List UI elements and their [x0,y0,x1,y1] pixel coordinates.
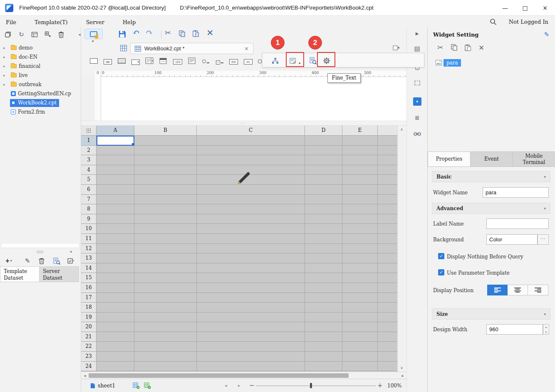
cell-B3[interactable] [134,155,197,165]
scroll-right-icon[interactable]: ▸ [399,372,406,379]
section-basic[interactable]: Basic ▾ [432,171,550,182]
tree-item-demo[interactable]: ▸demo [0,43,81,52]
hyperlink-icon[interactable] [414,131,421,136]
cell-D4[interactable] [305,165,342,175]
prev-sheet-icon[interactable]: ◂ [225,383,227,388]
cell-partial[interactable] [378,204,397,214]
preview-dataset-button[interactable] [52,256,62,266]
remove-dataset-button[interactable] [37,256,47,266]
paste-button[interactable] [193,30,199,37]
cell-partial[interactable] [378,136,397,146]
cell-B19[interactable] [134,313,197,323]
cell-C18[interactable] [197,303,305,313]
collapse-pane-icon[interactable]: ∧ [398,126,406,133]
splitter-collapse-icon[interactable]: ▾ [70,250,72,254]
widget-pointer-button[interactable]: ☝ [84,29,103,39]
widget-pointer-dropdown-icon[interactable]: ▾ [92,39,94,43]
h-scrollbar-thumb[interactable] [89,373,349,378]
cell-C21[interactable] [197,332,305,342]
cell-E5[interactable] [342,175,378,185]
cell-D12[interactable] [305,244,342,254]
cell-D2[interactable] [305,146,342,156]
cell-B7[interactable] [134,195,197,205]
cell-A23[interactable] [97,352,134,362]
tree-item-gettingstarteden-cp[interactable]: GettingStartedEN.cp [0,89,81,98]
document-tab[interactable]: WorkBook2.cpt * × [130,43,253,54]
cell-C11[interactable] [197,234,305,244]
cell-C17[interactable] [197,293,305,303]
row-header-19[interactable]: 19 [81,313,97,323]
design-width-spinner[interactable]: ▴ ▾ [543,324,549,335]
cell-A3[interactable] [97,155,134,165]
row-header-18[interactable]: 18 [81,303,97,313]
cell-E18[interactable] [342,303,378,313]
cell-A19[interactable] [97,313,134,323]
cell-C20[interactable] [197,322,305,332]
cell-B17[interactable] [134,293,197,303]
cell-E4[interactable] [342,165,378,175]
cell-partial[interactable] [378,283,397,293]
cell-partial[interactable] [378,342,397,352]
cell-B11[interactable] [134,234,197,244]
tree-item-form2-frm[interactable]: Form2.frm [0,107,81,117]
row-header-5[interactable]: 5 [81,175,97,185]
scroll-left-icon[interactable]: ◂ [81,372,89,379]
label-widget-icon[interactable]: lab [104,58,112,65]
cell-partial[interactable] [378,155,397,165]
menu-item-file[interactable]: File [0,17,22,27]
expand-arrow-icon[interactable]: ▸ [3,64,10,68]
next-sheet-icon[interactable]: ▸ [238,383,240,388]
cell-D13[interactable] [305,253,342,263]
cell-B6[interactable] [134,185,197,195]
password-widget-icon[interactable]: ••• [244,58,253,65]
checkbox-group-widget-icon[interactable]: ✓ [216,59,223,65]
cell-A21[interactable] [97,332,134,342]
tab-event[interactable]: Event [471,151,513,167]
cell-partial[interactable] [378,263,397,273]
cell-B14[interactable] [134,263,197,273]
cell-C16[interactable] [197,283,305,293]
cell-A2[interactable] [97,146,134,156]
close-button[interactable]: × [535,0,555,16]
delete-button[interactable]: × [206,28,214,37]
cell-partial[interactable] [378,322,397,332]
cell-B12[interactable] [134,244,197,254]
row-header-21[interactable]: 21 [81,332,97,342]
paste-widget-icon[interactable] [465,44,471,51]
cell-C19[interactable] [197,313,305,323]
row-header-6[interactable]: 6 [81,185,97,195]
row-header-16[interactable]: 16 [81,283,97,293]
cell-D8[interactable] [305,204,342,214]
cell-C2[interactable] [197,146,305,156]
cell-A18[interactable] [97,303,134,313]
cell-C12[interactable] [197,244,305,254]
cell-B13[interactable] [134,253,197,263]
cell-A14[interactable] [97,263,134,273]
maximize-button[interactable]: □ [515,0,535,16]
cell-A7[interactable] [97,195,134,205]
cell-E1[interactable] [342,136,378,146]
cell-A22[interactable] [97,342,134,352]
column-header-E[interactable]: E [342,126,378,136]
widget-name-input[interactable]: para [483,187,549,198]
cell-partial[interactable] [378,244,397,254]
tree-item-outbreak[interactable]: ▸outbreak [0,80,81,89]
cell-C3[interactable] [197,155,305,165]
cell-C7[interactable] [197,195,305,205]
tree-scrollbar[interactable] [1,243,79,248]
cell-A15[interactable] [97,273,134,283]
row-header-4[interactable]: 4 [81,165,97,175]
cell-A16[interactable] [97,283,134,293]
tree-item-doc-en[interactable]: ▸doc-EN [0,52,81,62]
cell-D5[interactable] [305,175,342,185]
cell-E17[interactable] [342,293,378,303]
row-header-8[interactable]: 8 [81,204,97,214]
cell-E19[interactable] [342,313,378,323]
cell-D23[interactable] [305,352,342,362]
cell-A20[interactable] [97,322,134,332]
datepicker-widget-icon[interactable] [159,57,167,65]
cell-A9[interactable] [97,214,134,224]
cell-partial[interactable] [378,224,397,234]
widget-tree-item-para[interactable]: para [444,59,461,67]
cell-E9[interactable] [342,214,378,224]
